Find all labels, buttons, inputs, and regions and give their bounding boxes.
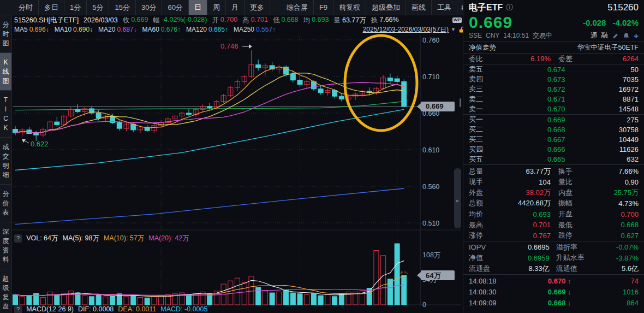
period-tab[interactable]: 多日 [39, 0, 64, 15]
macd-label: MACD(12 26 9) [26, 305, 74, 313]
stat-row: 均价0.693开盘0.700 [469, 209, 639, 220]
svg-text:0.760: 0.760 [422, 37, 439, 44]
svg-text:0: 0 [422, 301, 426, 309]
sidebar-item-char: 复 [3, 293, 9, 302]
toolbar-button[interactable]: 工具 [432, 0, 457, 15]
sidebar-item-char: 深 [3, 227, 9, 236]
stat-value: 0.668 [585, 221, 639, 229]
edit-pencil-icon[interactable] [612, 32, 619, 39]
ma-value: 0.676↑ [161, 26, 181, 33]
stat-value: 63.77万 [494, 167, 551, 176]
tick-price: 0.669 ↓ [504, 288, 571, 296]
stat-row: 最高0.701最低0.668 [469, 220, 639, 231]
quote-field-key: 换 [371, 16, 378, 25]
sidebar-item-char: 时 [3, 29, 9, 38]
sidebar-item[interactable]: K线图 [0, 53, 11, 91]
scrollbar-thumb[interactable] [460, 98, 461, 107]
date-range-selector[interactable]: 2025/12/03-2026/03/03(57日) ▼ [363, 25, 465, 34]
sidebar-item[interactable]: 分时图 [0, 15, 11, 53]
toolbar-button[interactable]: 超级叠加 [366, 0, 406, 15]
toolbar-button[interactable]: F9 [314, 0, 333, 15]
period-tab[interactable]: 5分 [87, 0, 109, 15]
tick-row: 14:08:300.669 ↓1016 [469, 287, 639, 298]
order-price: 0.674 [492, 66, 565, 74]
ask-row[interactable]: 卖四0.6737035 [469, 74, 639, 84]
period-tab[interactable]: 月 [226, 0, 245, 15]
period-tab[interactable]: 日 [189, 0, 207, 15]
quote-field-value: 0.668 [281, 16, 298, 25]
sidebar-item[interactable]: 超级复盘 [0, 269, 11, 313]
svg-text:0.622: 0.622 [31, 140, 49, 148]
sidebar-item-char: 级 [3, 284, 9, 292]
info-icon[interactable]: ⓘ [506, 3, 513, 13]
toolbar-button[interactable]: 画线 [406, 0, 432, 15]
sidebar-item[interactable]: 分价表 [0, 185, 11, 222]
tick-row: 14:08:180.670 ↑74 [469, 276, 639, 287]
bid-row[interactable]: 买二0.66830758 [469, 125, 639, 134]
ask-row[interactable]: 卖一0.67014548 [469, 104, 639, 114]
candlestick-chart[interactable]: 0.7600.7100.6600.6100.5600.510108万54万00.… [12, 34, 461, 313]
nav-trend-link[interactable]: 净值走势 [469, 43, 496, 52]
period-tab[interactable]: 30分 [136, 0, 162, 15]
market-status: 交易中 [533, 31, 552, 40]
toolbar-button[interactable]: 综合屏 [281, 0, 314, 15]
quote-field: 量63.77万 [333, 16, 366, 25]
sidebar-item-char: 度 [3, 237, 9, 245]
toolbar-button[interactable]: 前复权 [333, 0, 366, 15]
order-qty: 7035 [565, 75, 639, 84]
svg-text:64万: 64万 [426, 271, 441, 280]
period-tab[interactable]: 15分 [109, 0, 135, 15]
add-to-watchlist-icon[interactable]: + [634, 31, 639, 40]
alert-bell-icon[interactable] [623, 32, 630, 39]
period-tab[interactable]: 1分 [64, 0, 87, 15]
sidebar-item[interactable]: 深度资料 [0, 222, 11, 269]
stat-label: 内盘 [551, 188, 585, 198]
ma-legend-item: MA100.690↓ [55, 26, 93, 33]
stat-value: 8.33亿 [499, 264, 550, 274]
tick-price: 0.670 ↑ [504, 277, 571, 285]
quote-field-value: 0.700 [220, 16, 237, 25]
ask-row[interactable]: 卖三0.67216972 [469, 84, 639, 94]
svg-text:0.610: 0.610 [422, 146, 439, 154]
sidebar-item-char: 细 [3, 170, 9, 179]
order-price: 0.666 [492, 145, 565, 153]
ma-legend-item: MA2500.557↑ [234, 26, 276, 33]
sidebar-item[interactable]: TICK [0, 91, 11, 138]
price-row: 0.669 -0.028 -4.02% [469, 14, 639, 31]
stat-row: 总额4420.68万振幅4.73% [469, 198, 639, 209]
period-tab[interactable]: 周 [207, 0, 226, 15]
order-level-label: 买三 [469, 134, 492, 144]
stat-value: 25.75万 [585, 188, 639, 198]
quote-field: 开0.700 [212, 16, 237, 25]
bid-row[interactable]: 买一0.669275 [469, 115, 639, 125]
fund-name: 华宝中证电子50ETF [577, 43, 639, 52]
date-range-label: 2025/12/03-2026/03/03(57日) [363, 25, 449, 34]
sidebar-item-char: 盘 [3, 302, 9, 311]
macd-help-icon[interactable]: ? [14, 305, 22, 313]
period-tab[interactable]: 60分 [162, 0, 188, 15]
ask-row[interactable]: 卖二0.6718871 [469, 95, 639, 104]
svg-text:0.710: 0.710 [422, 73, 439, 81]
stat-label: 最低 [551, 220, 585, 230]
bid-row[interactable]: 买五0.665632 [469, 155, 639, 164]
stat-row: 总量63.77万换手7.66% [469, 166, 639, 177]
quote-field: 均0.693 [303, 16, 329, 25]
stat-value: 4420.68万 [494, 198, 551, 208]
toolbar-buttons: 综合屏F9前复权超级叠加画线工具 [281, 0, 457, 15]
weibi-row: 委比 6.19% 委差 6264 [469, 54, 639, 64]
bid-row[interactable]: 买三0.66710449 [469, 134, 639, 144]
stat-value: 4.73% [585, 199, 639, 208]
ask-row[interactable]: 卖五0.67450 [469, 64, 639, 74]
ma-legend-row: MA50.696↓MA100.690↓MA200.687↓MA600.676↑M… [12, 25, 465, 34]
volume-help-icon[interactable]: ? [14, 234, 22, 243]
sidebar-item-char: 分 [3, 190, 9, 198]
stat-value: 0.6959 [499, 254, 550, 262]
fund-row[interactable]: 净值走势 华宝中证电子50ETF [469, 42, 639, 53]
period-tab[interactable]: 更多 [245, 0, 270, 15]
wp-window-icon[interactable]: WP [452, 17, 462, 23]
bid-row[interactable]: 买四0.66611626 [469, 145, 639, 155]
stat-label: 净值 [469, 253, 499, 263]
period-tab[interactable]: 分时 [13, 0, 39, 15]
sidebar-item-char: 线 [3, 67, 9, 76]
sidebar-item[interactable]: 成交明细 [0, 138, 11, 185]
